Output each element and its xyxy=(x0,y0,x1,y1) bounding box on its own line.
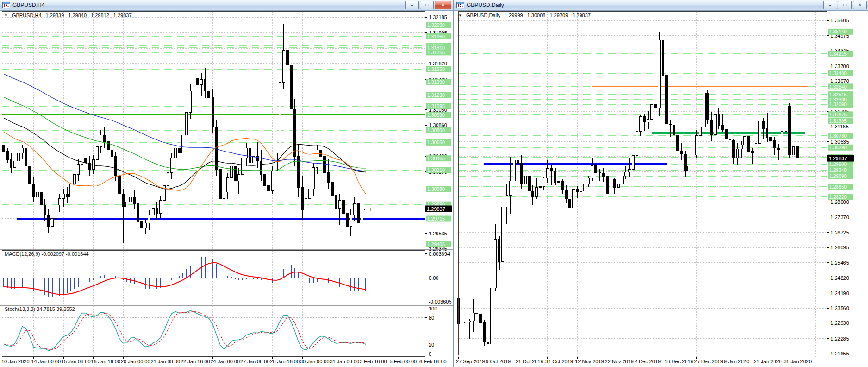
svg-text:1.22930: 1.22930 xyxy=(831,320,849,326)
svg-text:4 Dec 2019: 4 Dec 2019 xyxy=(635,359,661,364)
svg-text:-0.003605: -0.003605 xyxy=(429,299,452,304)
svg-text:1.29715: 1.29715 xyxy=(427,216,445,221)
svg-text:T: T xyxy=(369,207,372,212)
chart-window-gbpusd-daily: 1.356051.349751.343451.337001.330701.317… xyxy=(454,0,868,367)
svg-text:1.31550: 1.31550 xyxy=(427,66,445,72)
h4-titlebar[interactable]: GBPUSD,H4 – □ × xyxy=(0,0,453,11)
window-title: GBPUSD,H4 xyxy=(12,2,44,8)
svg-text:1.30290: 1.30290 xyxy=(829,145,847,150)
svg-text:1.30780: 1.30780 xyxy=(829,133,847,139)
svg-text:1.25465: 1.25465 xyxy=(831,260,849,266)
svg-text:1.26725: 1.26725 xyxy=(831,230,849,235)
svg-text:1.29837: 1.29837 xyxy=(829,156,847,161)
svg-text:1.29837: 1.29837 xyxy=(427,206,445,212)
svg-text:1.35140: 1.35140 xyxy=(829,29,847,34)
current-price-tag: 1.29837 xyxy=(425,206,452,212)
open-value: 1.29839 xyxy=(46,13,64,18)
svg-text:1.29535: 1.29535 xyxy=(429,231,447,236)
svg-text:1.32185: 1.32185 xyxy=(429,14,447,20)
svg-text:14 Jan 00:00: 14 Jan 00:00 xyxy=(31,359,61,364)
svg-text:21 Jan 08:00: 21 Jan 08:00 xyxy=(151,359,181,364)
svg-text:1.33400: 1.33400 xyxy=(829,70,847,76)
chart-icon xyxy=(2,2,11,9)
window-controls: – □ × xyxy=(822,1,867,9)
svg-text:27 Sep 2019: 27 Sep 2019 xyxy=(456,359,485,364)
svg-text:1.24820: 1.24820 xyxy=(831,275,849,281)
h4-chart-canvas[interactable]: 1.321851.319951.316201.314201.310501.308… xyxy=(0,0,453,367)
svg-text:9 Oct 2019: 9 Oct 2019 xyxy=(486,359,511,364)
svg-text:1.29600: 1.29600 xyxy=(829,161,847,167)
svg-text:16 Dec 2019: 16 Dec 2019 xyxy=(664,359,693,364)
svg-text:1.29340: 1.29340 xyxy=(829,167,847,173)
svg-text:1.31950: 1.31950 xyxy=(427,34,445,39)
svg-text:1.32090: 1.32090 xyxy=(829,101,847,107)
svg-text:1.31755: 1.31755 xyxy=(427,50,445,55)
close-button[interactable]: × xyxy=(853,1,867,9)
svg-text:0: 0 xyxy=(429,351,431,357)
high-value: 1.30008 xyxy=(527,13,546,18)
svg-text:31 Jan 08:00: 31 Jan 08:00 xyxy=(330,359,360,364)
svg-text:1.27370: 1.27370 xyxy=(831,215,849,220)
chart-window-gbpusd-h4: 1.321851.319951.316201.314201.310501.308… xyxy=(0,0,453,367)
svg-text:24 Jan 00:00: 24 Jan 00:00 xyxy=(211,359,240,364)
open-value: 1.29999 xyxy=(505,13,523,18)
h4-ohlc-readout[interactable]: ▼ GBPUSD,H4 1.29839 1.29840 1.29812 1.29… xyxy=(4,13,132,18)
svg-text:20 Jan 00:00: 20 Jan 00:00 xyxy=(121,359,150,364)
svg-text:1.33070: 1.33070 xyxy=(831,78,849,84)
svg-text:1.30455: 1.30455 xyxy=(427,156,445,161)
maximize-button[interactable]: □ xyxy=(420,1,434,9)
svg-text:Stoch(13,3,3) 34.7815 39.2552: Stoch(13,3,3) 34.7815 39.2552 xyxy=(5,306,75,312)
maximize-button[interactable]: □ xyxy=(838,1,852,9)
daily-titlebar[interactable]: GBPUSD,Daily – □ × xyxy=(454,0,868,11)
svg-text:1.30650: 1.30650 xyxy=(427,139,445,145)
svg-text:0.00: 0.00 xyxy=(429,275,438,281)
symbol-dropdown-icon[interactable]: ▼ xyxy=(4,13,8,18)
minimize-button[interactable]: – xyxy=(405,1,419,9)
svg-text:1.31095: 1.31095 xyxy=(427,103,445,109)
svg-text:31 Oct 2019: 31 Oct 2019 xyxy=(545,359,573,364)
close-value: 1.29837 xyxy=(113,13,132,18)
mt4-workspace: { "window_controls": {"minimize": "–", "… xyxy=(0,0,868,367)
svg-text:28 Jan 16:00: 28 Jan 16:00 xyxy=(270,359,300,364)
svg-text:1.34215: 1.34215 xyxy=(829,51,847,57)
svg-text:1.33700: 1.33700 xyxy=(831,63,849,69)
minimize-button[interactable]: – xyxy=(823,1,837,9)
svg-text:1.26095: 1.26095 xyxy=(831,245,849,250)
high-value: 1.29840 xyxy=(68,13,87,18)
daily-chart-canvas[interactable]: 1.356051.349751.343451.337001.330701.317… xyxy=(454,0,868,367)
window-controls: – □ × xyxy=(404,1,451,9)
svg-text:1.31230: 1.31230 xyxy=(427,92,445,98)
svg-text:1.28650: 1.28650 xyxy=(829,184,847,190)
svg-text:27 Jan 08:00: 27 Jan 08:00 xyxy=(240,359,270,364)
svg-text:1.28000: 1.28000 xyxy=(831,199,849,205)
price-axis[interactable]: 1.321851.319951.316201.314201.310501.308… xyxy=(425,14,452,252)
svg-text:30 Jan 00:00: 30 Jan 00:00 xyxy=(300,359,330,364)
svg-text:1.32840: 1.32840 xyxy=(829,84,847,89)
symbol-label: GBPUSD,H4 xyxy=(12,13,42,18)
svg-text:1.23560: 1.23560 xyxy=(831,305,849,311)
svg-text:31 Jan 2020: 31 Jan 2020 xyxy=(784,359,812,364)
svg-text:1.31390: 1.31390 xyxy=(427,79,445,85)
svg-text:22 Jan 16:00: 22 Jan 16:00 xyxy=(181,359,210,364)
close-button[interactable]: × xyxy=(435,1,451,9)
svg-text:16 Jan 16:00: 16 Jan 16:00 xyxy=(91,359,121,364)
svg-text:3 Feb 16:00: 3 Feb 16:00 xyxy=(360,359,387,364)
svg-text:0.003694: 0.003694 xyxy=(429,251,450,257)
svg-text:6 Feb 08:00: 6 Feb 08:00 xyxy=(419,359,447,364)
svg-text:12 Nov 2019: 12 Nov 2019 xyxy=(575,359,604,364)
svg-text:5 Feb 00:00: 5 Feb 00:00 xyxy=(390,359,417,364)
svg-text:10 Jan 2020: 10 Jan 2020 xyxy=(1,359,30,364)
svg-text:9 Jan 2020: 9 Jan 2020 xyxy=(724,359,749,364)
svg-text:22 Nov 2019: 22 Nov 2019 xyxy=(605,359,634,364)
symbol-dropdown-icon[interactable]: ▼ xyxy=(458,13,462,18)
svg-text:1.28220: 1.28220 xyxy=(829,194,847,200)
svg-text:1.30535: 1.30535 xyxy=(831,139,849,145)
symbol-label: GBPUSD,Daily xyxy=(466,13,500,18)
svg-text:1.31395: 1.31395 xyxy=(829,118,847,124)
svg-text:1.31675: 1.31675 xyxy=(829,112,847,117)
svg-text:1.30310: 1.30310 xyxy=(427,167,445,173)
daily-ohlc-readout[interactable]: ▼ GBPUSD,Daily 1.29999 1.30008 1.29709 1… xyxy=(458,13,591,18)
svg-text:21 Oct 2019: 21 Oct 2019 xyxy=(516,359,543,364)
svg-text:1.30800: 1.30800 xyxy=(427,127,445,133)
svg-text:1.32090: 1.32090 xyxy=(427,22,445,28)
